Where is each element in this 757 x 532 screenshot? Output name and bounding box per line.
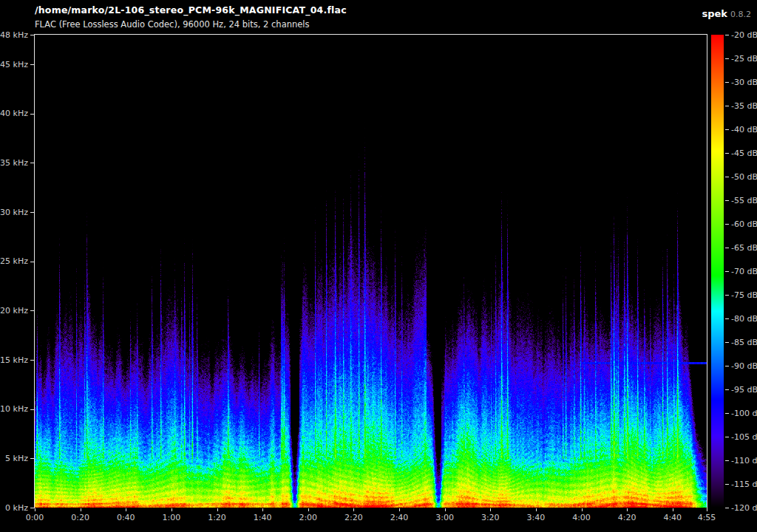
time-tick [126, 508, 126, 511]
db-tick-label: -25 dB [731, 54, 757, 64]
app-brand: spek0.8.2 [702, 6, 751, 20]
time-tick-label: 2:20 [344, 513, 363, 522]
time-tick [445, 508, 446, 511]
time-tick-label: 4:00 [572, 513, 591, 522]
db-tick-label: -95 dB [731, 385, 757, 395]
freq-tick [30, 508, 34, 508]
time-tick-label: 4:55 [698, 513, 716, 522]
db-tick [725, 58, 729, 59]
app-version: 0.8.2 [730, 10, 751, 19]
db-tick [725, 248, 729, 248]
freq-tick-label: 20 kHz [0, 306, 28, 316]
freq-tick [30, 458, 34, 459]
time-tick-label: 0:20 [71, 513, 89, 522]
db-tick [725, 129, 729, 130]
freq-tick [30, 262, 34, 262]
time-tick-label: 1:20 [208, 513, 226, 522]
db-tick-label: -75 dB [731, 290, 757, 300]
freq-tick [30, 114, 34, 115]
file-format-info: FLAC (Free Lossless Audio Codec), 96000 … [35, 19, 310, 30]
time-tick [582, 508, 583, 511]
db-tick-label: -45 dB [731, 149, 757, 158]
db-tick [725, 437, 729, 437]
spectrogram-canvas [35, 35, 707, 508]
time-tick-label: 2:40 [390, 513, 409, 522]
time-tick [673, 508, 673, 511]
freq-tick-label: 40 kHz [0, 109, 28, 118]
db-tick-label: -85 dB [731, 338, 757, 347]
db-tick [725, 177, 729, 177]
db-tick [725, 224, 729, 225]
file-path-title: /home/marko/2L-106_stereo_PCM-96k_MAGNIF… [35, 4, 347, 16]
freq-tick [30, 163, 34, 163]
time-tick-label: 3:20 [481, 513, 500, 522]
freq-tick-label: 15 kHz [0, 355, 28, 365]
db-tick-label: -20 dB [731, 30, 757, 40]
time-tick [627, 508, 628, 511]
freq-tick-label: 25 kHz [0, 256, 28, 266]
freq-tick [30, 310, 34, 311]
db-tick [725, 342, 729, 343]
time-tick [262, 508, 263, 511]
spek-window: /home/marko/2L-106_stereo_PCM-96k_MAGNIF… [0, 0, 757, 532]
time-tick [353, 508, 354, 511]
db-tick-label: -60 dB [731, 219, 757, 229]
db-tick [725, 153, 729, 154]
freq-tick-label: 45 kHz [0, 60, 28, 69]
time-tick [490, 508, 491, 511]
db-tick [725, 366, 729, 366]
time-tick [81, 508, 81, 511]
db-tick [725, 271, 729, 272]
db-tick [725, 106, 729, 106]
db-tick [725, 318, 729, 319]
app-name: spek [702, 8, 727, 19]
time-tick-label: 0:40 [117, 513, 135, 522]
time-tick [217, 508, 218, 511]
db-tick-label: -100 dB [731, 409, 757, 418]
plot-top-border [34, 34, 707, 35]
time-tick-label: 2:00 [299, 513, 317, 522]
time-tick [536, 508, 537, 511]
freq-tick [30, 212, 34, 213]
freq-tick-label: 35 kHz [0, 158, 28, 168]
time-tick-label: 1:40 [254, 513, 272, 522]
freq-tick [30, 360, 34, 361]
db-tick-label: -90 dB [731, 361, 757, 371]
freq-tick-label: 10 kHz [0, 404, 28, 414]
freq-tick [30, 409, 34, 410]
time-tick [399, 508, 400, 511]
time-tick-label: 4:40 [663, 513, 682, 522]
freq-tick-label: 0 kHz [0, 503, 28, 513]
time-tick-label: 3:40 [527, 513, 546, 522]
db-tick [725, 508, 729, 508]
freq-tick-label: 48 kHz [0, 30, 28, 40]
colorbar-canvas [711, 35, 724, 508]
db-tick-label: -115 dB [731, 480, 757, 489]
db-tick [725, 484, 729, 485]
db-tick-label: -55 dB [731, 196, 757, 205]
freq-tick-label: 30 kHz [0, 208, 28, 217]
time-tick-label: 3:00 [435, 513, 454, 522]
time-tick [35, 508, 35, 511]
db-tick-label: -40 dB [731, 125, 757, 134]
time-tick-label: 4:20 [618, 513, 637, 522]
db-tick-label: -50 dB [731, 172, 757, 182]
db-tick [725, 35, 729, 35]
freq-tick [30, 35, 34, 35]
db-tick [725, 413, 729, 414]
db-tick [725, 200, 729, 201]
freq-tick-label: 5 kHz [0, 454, 28, 463]
time-tick [707, 508, 707, 511]
db-tick-label: -80 dB [731, 314, 757, 324]
db-tick-label: -65 dB [731, 243, 757, 253]
db-tick [725, 460, 729, 461]
db-tick [725, 389, 729, 390]
db-tick-label: -110 dB [731, 456, 757, 466]
db-tick-label: -105 dB [731, 432, 757, 442]
db-tick-label: -120 dB [731, 503, 757, 513]
plot-right-border [707, 35, 707, 508]
frequency-axis-line [34, 35, 35, 508]
db-tick-label: -35 dB [731, 101, 757, 111]
time-tick [172, 508, 172, 511]
db-tick [725, 295, 729, 296]
